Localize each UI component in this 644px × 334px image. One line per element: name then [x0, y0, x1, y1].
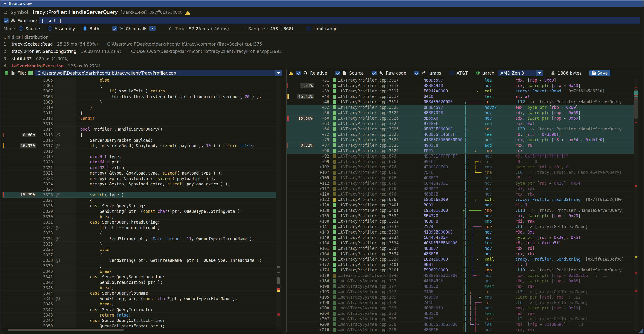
source-row[interactable]: 46.93%3317@5 if( !m_sock->Read( &payload…: [2, 143, 276, 149]
source-row[interactable]: 3348 return false;: [2, 313, 276, 318]
radio-both[interactable]: [83, 26, 88, 31]
source-row[interactable]: 3320 uint64_t ptr;: [2, 160, 276, 165]
resize-grip[interactable]: [638, 328, 643, 333]
source-row[interactable]: 3314bool Profiler::HandleServerQuery(): [2, 127, 276, 132]
asm-row[interactable]: +164…t\TracyProfiler.cpp:3334488BCB│││ │…: [287, 251, 634, 257]
source-row[interactable]: 3346 break;: [2, 302, 276, 307]
source-row[interactable]: 0.66%3315@7{: [2, 132, 276, 138]
att-checkbox[interactable]: [449, 71, 454, 75]
child-call-item[interactable]: 3.stat64i32625 µs (1.36%): [4, 55, 68, 62]
asm-row[interactable]: 0.22%+87…t\TracyProfiler.cpp:33264903C8 …: [287, 143, 634, 148]
asm-row[interactable]: +154…t\TracyProfiler.cpp:33344C8D055FBA0…: [287, 240, 634, 246]
asm-row[interactable]: +161…t\TracyProfiler.cpp:3334488BD7│││ │…: [287, 246, 634, 251]
source-row[interactable]: 3334@6 SendString( ptr, "Main thread", 1…: [2, 236, 276, 242]
asm-row[interactable]: +174…t\TracyProfiler.cpp:3401E9B8010000├…: [287, 268, 634, 273]
source-row[interactable]: 3349 case ServerQueryCallstackFrame:: [2, 318, 276, 323]
asm-row[interactable]: +112…t\TracyProfiler.hpp:676C64424205E │…: [287, 181, 634, 186]
source-row[interactable]: 3322 memcpy( &type, &payload.type, sizeo…: [2, 170, 276, 176]
asm-row[interactable]: +141…t\TracyProfiler.cpp:33327524│││ ┌──…: [287, 224, 634, 229]
source-row[interactable]: 3336 else: [2, 247, 276, 252]
asm-row[interactable]: +167…t\TracyProfiler.cpp:3334E824160000│…: [287, 257, 634, 262]
asm-row[interactable]: +31…t\TracyProfiler.cpp:3317488D5597lear…: [287, 78, 634, 83]
source-row[interactable]: 3330 break;: [2, 214, 276, 220]
source-row[interactable]: 3307 if( shouldExit ) return;: [2, 88, 276, 94]
asm-row[interactable]: +90…t\TracyProfiler.cpp:3326FFE1 ││ ‹ jm…: [287, 148, 634, 154]
asm-row[interactable]: +117…t\TracyProfiler.hpp:676488BD7 ││mov…: [287, 186, 634, 191]
save-button[interactable]: Save: [590, 70, 610, 76]
asm-row[interactable]: +130…t\TracyProfiler.cpp:3401E9E4010000┌…: [287, 208, 634, 213]
source-row[interactable]: 15.79%3326@9 switch( type ): [2, 192, 276, 198]
source-row[interactable]: 3344 case ServerQueryPlotName:: [2, 291, 276, 296]
asm-row[interactable]: +128…t\TracyProfiler.cpp:3401B001 ││mova…: [287, 202, 634, 208]
collapse-icon[interactable]: [3, 2, 6, 5]
source-row[interactable]: 3340 break;: [2, 269, 276, 274]
source-row[interactable]: 3324 memcpy( &extra, &payload.extra, siz…: [2, 181, 276, 187]
function-checkbox[interactable]: [4, 18, 8, 23]
asm-row[interactable]: +172…t\TracyProfiler.cpp:3401B001│││ │mo…: [287, 262, 634, 268]
child-call-item[interactable]: 2.tracy::Profiler::SendLongString19.88 m…: [4, 48, 282, 54]
asm-row[interactable]: +204…mon\TracySystem.cpp:2034885C0││││││…: [287, 311, 634, 316]
scrollbar-thumb[interactable]: [634, 89, 638, 119]
asm-row[interactable]: +63…t\TracyProfiler.cpp:332683F80F │cmpe…: [287, 121, 634, 126]
source-row[interactable]: 3327 {: [2, 198, 276, 203]
child-calls-up-button[interactable]: [150, 26, 156, 31]
assembly-vertical-scrollbar[interactable]: [634, 78, 638, 331]
source-row[interactable]: 3306 {: [2, 83, 276, 88]
radio-assembly[interactable]: [48, 26, 52, 31]
source-horizontal-scrollbar[interactable]: [3, 328, 275, 332]
asm-row[interactable]: +216…mon\TracySystem.cpp:258488BCE│││ │m…: [287, 327, 634, 332]
asm-row[interactable]: 1.31%+35…t\TracyProfiler.cpp:3317488B494…: [287, 83, 634, 88]
source-row[interactable]: 3325: [2, 187, 276, 192]
source-row[interactable]: 3311}: [2, 110, 276, 116]
asm-row[interactable]: +143…t\TracyProfiler.cpp:333441B90B00000…: [287, 229, 634, 235]
child-calls-checkbox[interactable]: [112, 26, 117, 31]
asm-row[interactable]: +79…t\TracyProfiler.cpp:3326418B8C80E0BF…: [287, 137, 634, 143]
source-row[interactable]: 3309 }: [2, 100, 276, 105]
child-call-item[interactable]: 1.tracy::Socket::Read25.25 ms (54.89%)C:…: [4, 41, 262, 47]
file-combo-arrow[interactable]: [275, 70, 282, 76]
source-checkbox[interactable]: [335, 71, 340, 75]
asm-row[interactable]: +135…t\TracyProfiler.cpp:33328B4320│││mo…: [287, 213, 634, 219]
asm-row[interactable]: +190…mon\TracySystem.cpp:1974885C0│││tes…: [287, 284, 634, 289]
radio-source[interactable]: [19, 26, 24, 31]
asm-row[interactable]: +66…t\TracyProfiler.cpp:33260F87CE060000…: [287, 126, 634, 132]
source-row[interactable]: 3347 case ServerQueryTerminate:: [2, 307, 276, 313]
asm-row[interactable]: +102…t\TracyProfiler.hpp:67642803C0F00 │…: [287, 165, 634, 170]
rawcode-checkbox[interactable]: [372, 71, 377, 75]
source-row[interactable]: 3321 uint32_t extra;: [2, 165, 276, 170]
asm-row[interactable]: +72…t\TracyProfiler.cpp:33264C8D05F146F2…: [287, 132, 634, 137]
jumps-checkbox[interactable]: [414, 71, 419, 75]
asm-row[interactable]: +200…mon\TracySystem.cpp:203488B4010││││…: [287, 306, 634, 311]
asm-row[interactable]: 45.41%+44…t\TracyProfiler.cpp:331784C0te…: [287, 94, 634, 99]
source-row[interactable]: 3331 case ServerQueryThreadString:: [2, 220, 276, 225]
source-row[interactable]: 3333 {: [2, 230, 276, 236]
asm-row[interactable]: +39…t\TracyProfiler.cpp:3317E824AA0000 ‹…: [287, 88, 634, 94]
asm-row[interactable]: +193…mon\TracySystem.cpp:197740E│││┌────…: [287, 289, 634, 295]
asm-row[interactable]: +123…t\TracyProfiler.hpp:676E850160000 │…: [287, 197, 634, 202]
source-row[interactable]: 3310 }: [2, 105, 276, 110]
asm-row[interactable]: +46…t\TracyProfiler.cpp:33170F8435020000…: [287, 99, 634, 105]
asm-row[interactable]: +56…t\TracyProfiler.cpp:3326488B7D98 │mo…: [287, 110, 634, 116]
source-row[interactable]: 3328 case ServerQueryString:: [2, 203, 276, 209]
asm-row[interactable]: +138…t\TracyProfiler.cpp:3332483BF8│││cm…: [287, 219, 634, 224]
uarch-combo-arrow[interactable]: [536, 70, 543, 76]
file-combo[interactable]: C:\Users\wolf\Desktop\darkrl\contrib\tra…: [35, 70, 282, 76]
asm-row[interactable]: +52…t\TracyProfiler.cpp:33260FB64597 │mo…: [287, 105, 634, 110]
asm-row[interactable]: +92…t\TracyProfiler.hpp:67649C7C1FFFFFFF…: [287, 154, 634, 159]
source-row[interactable]: 3316 ServerQueryPacket payload;: [2, 138, 276, 143]
source-row[interactable]: 3308 std::this_thread::sleep_for( std::c…: [2, 94, 276, 99]
asm-row[interactable]: +120…t\TracyProfiler.hpp:676488BCB ││mov…: [287, 191, 634, 197]
asm-row[interactable]: +209…mon\TracySystem.cpp:258488D35E88610…: [287, 322, 634, 327]
function-combo[interactable]: [ - self - ]: [40, 17, 640, 24]
uarch-combo[interactable]: AMD Zen 3: [498, 70, 543, 76]
source-row[interactable]: 3329 SendString( ptr, (const char*)ptr, …: [2, 209, 276, 214]
source-row[interactable]: 3345@1 SendString( ptr, (const char*)ptr…: [2, 296, 276, 302]
source-row[interactable]: 3342 SendSourceLocation( ptr );: [2, 280, 276, 285]
child-call-item[interactable]: 4.KeSynchronizeExecution125 µs (0.27%): [4, 63, 100, 67]
limit-range-checkbox[interactable]: [306, 26, 311, 31]
asm-row[interactable]: +107…t\TracyProfiler.hpp:67675F6 ││ └──j…: [287, 170, 634, 175]
source-row[interactable]: 3335 }: [2, 242, 276, 247]
source-row[interactable]: 3313: [2, 121, 276, 127]
source-row[interactable]: 3305 else: [2, 78, 276, 83]
asm-row[interactable]: 15.50%+60…t\TracyProfiler.cpp:33268B55A0…: [287, 116, 634, 121]
